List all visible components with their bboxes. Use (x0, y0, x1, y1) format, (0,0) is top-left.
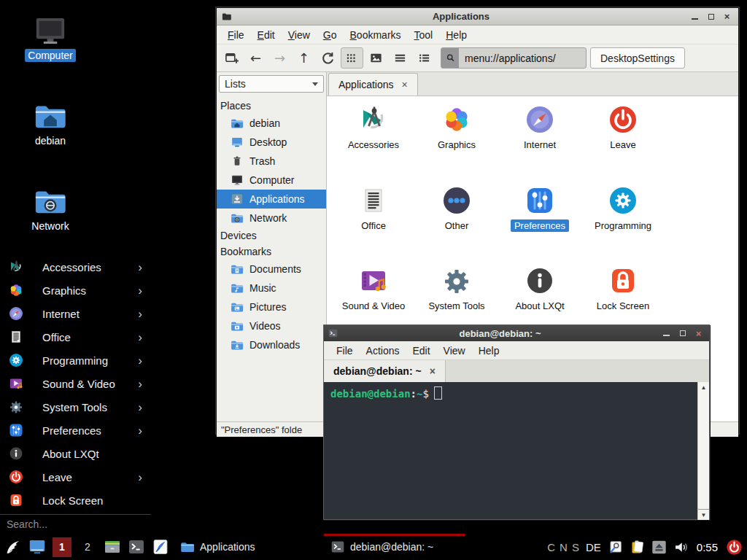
menu-edit[interactable]: Edit (406, 343, 436, 358)
terminal-maximize-button[interactable] (678, 329, 687, 338)
compact-view-button[interactable] (389, 47, 411, 69)
category-item-other[interactable]: Other (415, 186, 498, 233)
tray-volume-icon[interactable] (673, 540, 689, 555)
sidebar-item-desktop[interactable]: Desktop (217, 133, 326, 152)
menu-go[interactable]: Go (317, 28, 344, 42)
back-button[interactable]: ← (244, 47, 267, 69)
sidebar-item-computer[interactable]: Computer (217, 171, 326, 190)
folder-plain-icon (180, 540, 195, 554)
sidebar-item-music[interactable]: Music (217, 279, 326, 298)
category-item-preferences[interactable]: Preferences (498, 186, 581, 233)
launcher-qterminal-icon[interactable] (128, 538, 145, 556)
menu-item-graphics[interactable]: Graphics› (0, 279, 151, 302)
terminal-tab[interactable]: debian@debian: ~ × (324, 360, 446, 382)
menu-view[interactable]: View (437, 343, 472, 358)
display-icon[interactable] (28, 538, 46, 556)
tab-close-icon[interactable]: × (402, 79, 408, 90)
icon-view-button[interactable] (341, 47, 363, 69)
menu-item-internet[interactable]: Internet› (0, 302, 151, 325)
terminal-screen[interactable]: debian@debian:~$ (324, 382, 697, 520)
task-button-applications[interactable]: Applications (174, 534, 320, 560)
clock[interactable]: 0:55 (697, 541, 718, 553)
new-tab-button[interactable] (220, 47, 243, 69)
category-item-lock-screen[interactable]: Lock Screen (581, 266, 665, 313)
menu-item-label: Programming (42, 354, 108, 367)
menu-item-lock-screen[interactable]: Lock Screen (0, 489, 151, 512)
fm-minimize-button[interactable] (690, 12, 700, 21)
sidebar-section-devices: Devices (217, 228, 326, 244)
desktop-icon-computer[interactable]: Computer (19, 15, 82, 76)
menu-item-programming[interactable]: Programming› (0, 349, 151, 372)
category-item-sound-video[interactable]: Sound & Video (332, 266, 415, 313)
scroll-up-icon[interactable]: ▲ (698, 382, 709, 392)
menu-item-office[interactable]: Office› (0, 325, 151, 349)
keyboard-layout[interactable]: DE (586, 541, 601, 553)
category-item-leave[interactable]: Leave (581, 105, 665, 152)
sidebar-mode-select[interactable]: Lists (219, 75, 324, 93)
terminal-tab-close-icon[interactable]: × (430, 366, 436, 376)
terminal-body: debian@debian:~$ ▲ ▼ (324, 382, 709, 520)
desktop-settings-button[interactable]: DesktopSettings (590, 47, 685, 69)
fm-titlebar[interactable]: Applications × (217, 8, 738, 26)
sidebar-item-trash[interactable]: Trash (217, 152, 326, 171)
menu-help[interactable]: Help (439, 28, 473, 42)
menu-item-preferences[interactable]: Preferences› (0, 419, 151, 442)
sidebar-item-pictures[interactable]: Pictures (217, 298, 326, 316)
desktop-icon-network[interactable]: Network (19, 185, 82, 246)
up-button[interactable]: ↑ (293, 47, 315, 69)
menu-view[interactable]: View (282, 28, 317, 42)
sidebar-item-network[interactable]: Network (217, 209, 326, 228)
folder-home-icon (34, 100, 67, 132)
sidebar-item-applications[interactable]: Applications (217, 190, 326, 209)
category-item-programming[interactable]: Programming (581, 186, 665, 233)
task-button-debian-debian[interactable]: debian@debian: ~ (324, 534, 465, 560)
sidebar-item-documents[interactable]: Documents (217, 260, 326, 279)
fm-maximize-button[interactable] (706, 12, 716, 21)
menu-item-system-tools[interactable]: System Tools› (0, 395, 151, 419)
category-item-accessories[interactable]: Accessories (332, 105, 415, 152)
menu-help[interactable]: Help (472, 343, 506, 358)
menu-edit[interactable]: Edit (251, 28, 282, 42)
workspace-2[interactable]: 2 (78, 537, 97, 557)
lxqt-logo-icon[interactable] (4, 538, 22, 556)
menu-actions[interactable]: Actions (360, 343, 406, 358)
menu-bookmarks[interactable]: Bookmarks (344, 28, 408, 42)
reload-button[interactable] (317, 47, 339, 69)
category-item-internet[interactable]: Internet (498, 105, 581, 152)
tab-applications[interactable]: Applications × (328, 73, 418, 96)
thumbnail-view-button[interactable] (365, 47, 387, 69)
terminal-scrollbar[interactable]: ▲ ▼ (697, 382, 709, 520)
terminal-titlebar[interactable]: debian@debian: ~ × (324, 325, 709, 341)
desktop-icon-debian[interactable]: debian (19, 100, 82, 161)
power-button-icon[interactable] (726, 539, 743, 556)
category-item-about-lxqt[interactable]: About LXQt (498, 266, 581, 313)
terminal-close-button[interactable]: × (694, 329, 703, 338)
sidebar-item-downloads[interactable]: Downloads (217, 335, 326, 354)
menu-file[interactable]: File (330, 343, 360, 358)
menu-file[interactable]: File (221, 28, 251, 42)
menu-item-sound-video[interactable]: Sound & Video› (0, 372, 151, 395)
sidebar-item-videos[interactable]: Videos (217, 316, 326, 335)
category-item-graphics[interactable]: Graphics (415, 105, 498, 152)
category-item-system-tools[interactable]: System Tools (415, 266, 498, 313)
tray-eject-icon[interactable] (651, 540, 667, 555)
menu-item-leave[interactable]: Leave› (0, 465, 151, 489)
workspace-1[interactable]: 1 (53, 537, 71, 557)
menu-search-input[interactable]: Search... (0, 514, 151, 534)
menu-item-accessories[interactable]: Accessories› (0, 255, 151, 279)
fm-close-button[interactable]: × (722, 12, 732, 21)
category-item-office[interactable]: Office (332, 186, 415, 233)
sidebar-item-debian[interactable]: debian (217, 114, 326, 133)
fm-address-bar[interactable]: menu://applications/ (441, 47, 587, 69)
tray-clipboard-icon[interactable] (630, 540, 645, 555)
menu-item-about-lxqt[interactable]: About LXQt (0, 442, 151, 465)
forward-button[interactable]: → (268, 47, 291, 69)
tray-screenshot-icon[interactable] (608, 540, 623, 555)
scroll-down-icon[interactable]: ▼ (698, 509, 709, 520)
fm-toolbar: ← → ↑ menu://applications/ DesktopSettin… (217, 44, 738, 72)
launcher-text-editor-icon[interactable] (152, 538, 169, 556)
detailed-view-button[interactable] (413, 47, 436, 69)
menu-tool[interactable]: Tool (408, 28, 440, 42)
launcher-file-manager-icon[interactable] (104, 538, 121, 556)
terminal-minimize-button[interactable] (662, 329, 671, 338)
